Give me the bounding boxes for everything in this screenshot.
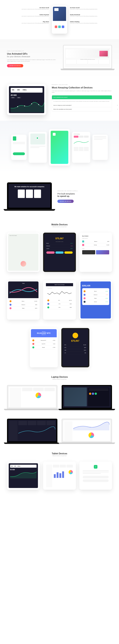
tablet-title: Tablet DevicesDifferent devices to choos… — [0, 452, 119, 456]
stat: 495Reviews — [17, 89, 20, 92]
section-title: Most Amazing Collection of Devices — [52, 86, 112, 89]
section-desc: Lorem ipsum dolor sit amet, consectetur … — [52, 90, 112, 93]
phone-device: Digital Currency ExchangeConversionsBTC$… — [43, 280, 76, 320]
feature-title: Online Chatting — [70, 21, 112, 22]
laptop-device — [7, 385, 57, 410]
laptop-screen: Complete over 80,000 small business acco… — [63, 45, 112, 69]
eyebrow: BIGGEST COLLECTION — [52, 84, 112, 85]
accordion-item[interactable]: How to activate the free version?− — [52, 96, 112, 99]
btc-screen: Received35.2413197 BTC$222.197Received B… — [31, 329, 57, 366]
feature-title: Online Payment — [7, 14, 49, 16]
section-text: 100% CUSTOMIZABILITY Use Animated GIFs f… — [7, 50, 59, 67]
section-text: BIGGEST COLLECTION Most Amazing Collecti… — [52, 84, 112, 112]
accordion-item[interactable]: What is the cancellation and refund poli… — [52, 107, 112, 111]
section-text: AMAZING ON HOVER SCROLL Pre-built templa… — [57, 190, 112, 203]
phone-device: My E-WalletPayee accountBalance$250Savin… — [79, 233, 112, 272]
section-subtitle: for your devices showcase — [7, 56, 59, 58]
feature-desc: Lorem ipsum is simply dummy text of the … — [70, 23, 112, 24]
phone-device: $75,067BTC$6,730ETH$220XRP$0.45LTC$55 — [61, 328, 89, 367]
laptop-device — [7, 419, 57, 444]
tablet-screen: 34kSales 495Reviews 349m.Views 45 600 Mo… — [9, 86, 44, 113]
section-title: Pre-built templatesto speed up. — [57, 192, 112, 197]
laptop-heading: We make websites for successful companie… — [10, 186, 48, 188]
hover-button[interactable]: Hover On Device — [7, 64, 23, 67]
feature-title: Play Store — [7, 21, 49, 22]
price-screen: $75,067Accumulated moneyBitcoin+2.4%Ethe… — [44, 234, 75, 271]
svg-rect-5 — [57, 472, 58, 478]
screen-card: 6:30 Tuesday — [72, 132, 90, 163]
accordion-body: For a project with the component de fact… — [52, 99, 112, 104]
feature-item: On Hover ScrollLorem ipsum is simply dum… — [7, 7, 49, 10]
tablet-grid: 34k495349m.45 600 ✓ — [0, 458, 119, 498]
feature-item: Online PaymentLorem ipsum is simply dumm… — [7, 14, 49, 17]
laptop-grid-2 — [0, 414, 119, 448]
tablet-device: ✓ — [79, 462, 112, 490]
screen-card — [29, 132, 47, 163]
stat: 34kSales — [12, 89, 14, 92]
svg-rect-4 — [54, 474, 56, 478]
feature-item: Online ChattingLorem ipsum is simply dum… — [70, 21, 112, 24]
templates-section: We make websites for successful companie… — [0, 174, 119, 219]
phone-device: TradeBitcoin$6,730Ethereum$220Ripple$0.4… — [7, 280, 40, 320]
screen-card — [49, 129, 70, 166]
tablet-mockup: 34kSales 495Reviews 349m.Views 45 600 Mo… — [7, 84, 46, 115]
animated-gifs-section: 100% CUSTOMIZABILITY Use Animated GIFs f… — [0, 39, 119, 78]
hero-icons — [53, 21, 66, 32]
minus-icon: − — [110, 97, 111, 98]
phone-device: $75,067Accumulated moneyBitcoin+2.4%Ethe… — [43, 233, 76, 272]
feature-desc: Lorem ipsum is simply dummy text of the … — [70, 9, 112, 10]
feature-item: Easily DownloadLorem ipsum is simply dum… — [70, 14, 112, 17]
map-screen: How to find a friend — [8, 234, 38, 271]
screen-card — [92, 135, 108, 160]
trade-screen: TradeBitcoin$6,730Ethereum$220Ripple$0.4… — [8, 282, 38, 318]
features-hero: On Hover ScrollLorem ipsum is simply dum… — [0, 0, 119, 39]
mobile-grid-2: TradeBitcoin$6,730Ethereum$220Ripple$0.4… — [0, 276, 119, 324]
wallet-screen: My E-WalletPayee accountBalance$250Savin… — [81, 234, 111, 271]
feature-desc: Lorem ipsum is simply dummy text of the … — [70, 16, 112, 17]
hover-button[interactable]: Hover On Device — [57, 200, 74, 203]
collection-section: 34kSales 495Reviews 349m.Views 45 600 Mo… — [0, 78, 119, 121]
dark-price-screen: $75,067BTC$6,730ETH$220XRP$0.45LTC$55 — [62, 329, 88, 366]
feature-item: On Hover ScrollLorem ipsum is simply dum… — [70, 7, 112, 10]
mobile-title: Mobile DevicesDifferent devices to choos… — [0, 223, 119, 227]
features-left: On Hover ScrollLorem ipsum is simply dum… — [7, 6, 49, 24]
map — [30, 134, 45, 144]
blue-screen: $352,435Bitcoin+2.4%Ethereum-1.2%Ripple+… — [81, 282, 111, 318]
screen-card — [11, 135, 27, 160]
gradient-screen — [51, 131, 68, 164]
svg-point-0 — [17, 106, 18, 107]
mobile-grid-1: How to find a friend $75,067Accumulated … — [0, 228, 119, 276]
laptop-device — [62, 419, 112, 444]
eyebrow: 100% CUSTOMIZABILITY — [7, 50, 59, 52]
laptop-grid-1 — [0, 381, 119, 414]
tablet-device: 34k495349m.45 600 — [7, 462, 40, 490]
phone-mockup — [52, 6, 67, 34]
dashboard: Complete over 80,000 small business acco… — [65, 46, 110, 67]
chart-value: 45 600 — [11, 94, 43, 96]
laptop-screen: We make websites for successful companie… — [7, 182, 52, 209]
laptop-dark-mockup: We make websites for successful companie… — [7, 182, 52, 211]
hero-image — [53, 7, 66, 21]
svg-point-2 — [31, 104, 32, 104]
stats-row: 34kSales 495Reviews 349m.Views — [11, 88, 43, 92]
accordion-item[interactable]: How do I change my current subscription?… — [52, 104, 112, 107]
section-title: Use Animated GIFs — [7, 52, 59, 55]
stat: 349m.Views — [22, 89, 27, 92]
feature-desc: Lorem ipsum is simply dummy text of the … — [7, 9, 49, 10]
feature-title: Easily Download — [70, 14, 112, 16]
phone-device: $352,435Bitcoin+2.4%Ethereum-1.2%Ripple+… — [79, 280, 112, 320]
accordion: How to activate the free version?− For a… — [52, 95, 112, 112]
feature-desc: Lorem ipsum is simply dummy text of the … — [7, 16, 49, 17]
eyebrow: AMAZING ON HOVER SCROLL — [57, 190, 112, 192]
mobile-grid-3: Received35.2413197 BTC$222.197Received B… — [0, 324, 119, 372]
laptop-title: Laptop DevicesDifferent devices to choos… — [0, 376, 119, 380]
svg-point-3 — [38, 104, 39, 105]
feature-title: On Hover Scroll — [70, 7, 112, 8]
laptop-device — [62, 385, 112, 410]
chart-area: 45 600 MonthWeek — [11, 94, 43, 112]
svg-rect-7 — [62, 472, 64, 478]
tablet-device — [43, 462, 76, 490]
svg-rect-6 — [59, 473, 61, 478]
svg-point-1 — [24, 106, 25, 106]
chart-pills: MonthWeek — [11, 97, 43, 98]
